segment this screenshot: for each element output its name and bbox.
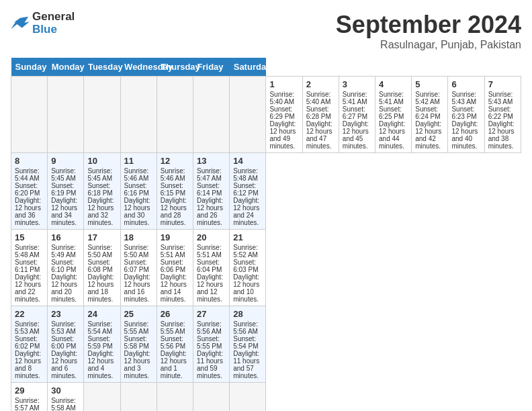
daylight-text: Daylight: 12 hours and 38 minutes. — [488, 120, 515, 150]
calendar-cell: 12Sunrise: 5:46 AMSunset: 6:15 PMDayligh… — [157, 153, 193, 230]
day-number: 21 — [233, 232, 262, 242]
day-number: 28 — [233, 309, 262, 319]
sunset-text: Sunset: 6:04 PM — [197, 259, 222, 273]
month-title: September 2024 — [336, 11, 521, 39]
calendar-cell: 7Sunrise: 5:43 AMSunset: 6:22 PMDaylight… — [484, 77, 521, 153]
svg-marker-0 — [11, 17, 30, 29]
header-cell-wednesday: Wednesday — [120, 58, 157, 77]
daylight-text: Daylight: 11 hours and 59 minutes. — [197, 350, 223, 379]
sunset-text: Sunset: 6:03 PM — [233, 259, 258, 273]
header-cell-sunday: Sunday — [11, 58, 48, 77]
daylight-text: Daylight: 12 hours and 20 minutes. — [51, 273, 77, 303]
day-number: 27 — [197, 309, 226, 319]
sunrise-text: Sunrise: 5:58 AM — [51, 397, 76, 411]
sunset-text: Sunset: 6:15 PM — [161, 182, 185, 197]
daylight-text: Daylight: 12 hours and 47 minutes. — [306, 120, 332, 150]
calendar-cell: 23Sunrise: 5:53 AMSunset: 6:00 PMDayligh… — [48, 306, 84, 383]
day-number: 2 — [306, 79, 335, 89]
calendar-cell: 29Sunrise: 5:57 AMSunset: 5:52 PMDayligh… — [11, 383, 48, 412]
calendar-cell: 15Sunrise: 5:48 AMSunset: 6:11 PMDayligh… — [11, 230, 48, 306]
calendar-cell: 24Sunrise: 5:54 AMSunset: 5:59 PMDayligh… — [84, 306, 120, 383]
day-number: 6 — [451, 79, 480, 89]
sunset-text: Sunset: 6:24 PM — [415, 105, 440, 120]
sunrise-text: Sunrise: 5:55 AM — [161, 320, 185, 335]
header-cell-friday: Friday — [193, 58, 230, 77]
sunset-text: Sunset: 6:27 PM — [343, 105, 367, 120]
sunrise-text: Sunrise: 5:51 AM — [161, 244, 185, 259]
header-cell-tuesday: Tuesday — [84, 58, 120, 77]
sunset-text: Sunset: 6:12 PM — [233, 182, 258, 197]
sunset-text: Sunset: 6:08 PM — [87, 259, 112, 273]
calendar-cell-empty — [230, 383, 266, 412]
sunrise-text: Sunrise: 5:54 AM — [87, 320, 112, 335]
day-number: 5 — [415, 79, 444, 89]
calendar-cell-empty — [120, 77, 157, 153]
calendar-cell: 18Sunrise: 5:50 AMSunset: 6:07 PMDayligh… — [120, 230, 157, 306]
sunset-text: Sunset: 6:23 PM — [451, 105, 476, 120]
sunrise-text: Sunrise: 5:50 AM — [124, 244, 149, 259]
sunrise-text: Sunrise: 5:53 AM — [15, 320, 40, 335]
sunset-text: Sunset: 5:54 PM — [233, 335, 258, 350]
daylight-text: Daylight: 12 hours and 4 minutes. — [87, 350, 114, 379]
calendar-cell-empty — [193, 383, 230, 412]
sunset-text: Sunset: 6:25 PM — [379, 105, 404, 120]
day-number: 23 — [51, 309, 80, 319]
daylight-text: Daylight: 12 hours and 28 minutes. — [161, 197, 187, 226]
sunrise-text: Sunrise: 5:44 AM — [15, 167, 40, 182]
calendar-cell-empty — [84, 383, 120, 412]
daylight-text: Daylight: 12 hours and 18 minutes. — [87, 273, 114, 303]
day-number: 9 — [51, 156, 80, 166]
day-number: 4 — [379, 79, 408, 89]
sunset-text: Sunset: 6:14 PM — [197, 182, 222, 197]
calendar-cell: 19Sunrise: 5:51 AMSunset: 6:06 PMDayligh… — [157, 230, 193, 306]
sunrise-text: Sunrise: 5:41 AM — [343, 91, 367, 105]
day-number: 29 — [15, 385, 44, 396]
day-number: 20 — [197, 232, 226, 242]
sunset-text: Sunset: 5:58 PM — [124, 335, 149, 350]
day-number: 10 — [87, 156, 116, 166]
header: General Blue September 2024 Rasulnagar, … — [11, 11, 521, 51]
sunrise-text: Sunrise: 5:50 AM — [87, 244, 112, 259]
day-number: 11 — [124, 156, 153, 166]
sunrise-text: Sunrise: 5:45 AM — [87, 167, 112, 182]
calendar-cell: 28Sunrise: 5:56 AMSunset: 5:54 PMDayligh… — [230, 306, 266, 383]
sunset-text: Sunset: 6:16 PM — [124, 182, 149, 197]
sunset-text: Sunset: 5:56 PM — [161, 335, 185, 350]
day-number: 8 — [15, 156, 44, 166]
calendar-cell-empty — [157, 383, 193, 412]
daylight-text: Daylight: 12 hours and 44 minutes. — [379, 120, 405, 150]
day-number: 7 — [488, 79, 517, 89]
day-number: 19 — [161, 232, 189, 242]
daylight-text: Daylight: 12 hours and 34 minutes. — [51, 197, 77, 226]
location-title: Rasulnagar, Punjab, Pakistan — [336, 39, 521, 51]
daylight-text: Daylight: 12 hours and 6 minutes. — [51, 350, 77, 379]
calendar-cell-empty — [11, 77, 48, 153]
sunset-text: Sunset: 6:28 PM — [306, 105, 331, 120]
calendar-cell: 16Sunrise: 5:49 AMSunset: 6:10 PMDayligh… — [48, 230, 84, 306]
daylight-text: Daylight: 12 hours and 40 minutes. — [451, 120, 478, 150]
calendar-cell: 5Sunrise: 5:42 AMSunset: 6:24 PMDaylight… — [412, 77, 448, 153]
sunset-text: Sunset: 6:00 PM — [51, 335, 76, 350]
calendar-week-row: 15Sunrise: 5:48 AMSunset: 6:11 PMDayligh… — [11, 230, 521, 306]
calendar-cell: 6Sunrise: 5:43 AMSunset: 6:23 PMDaylight… — [448, 77, 484, 153]
sunrise-text: Sunrise: 5:56 AM — [197, 320, 222, 335]
logo: General Blue — [11, 11, 75, 36]
calendar-cell: 4Sunrise: 5:41 AMSunset: 6:25 PMDaylight… — [375, 77, 412, 153]
sunrise-text: Sunrise: 5:43 AM — [488, 91, 513, 105]
calendar-cell: 10Sunrise: 5:45 AMSunset: 6:18 PMDayligh… — [84, 153, 120, 230]
calendar-cell-empty — [84, 77, 120, 153]
day-number: 30 — [51, 385, 80, 396]
daylight-text: Daylight: 12 hours and 26 minutes. — [197, 197, 223, 226]
sunrise-text: Sunrise: 5:46 AM — [124, 167, 149, 182]
sunrise-text: Sunrise: 5:52 AM — [233, 244, 258, 259]
calendar-cell: 8Sunrise: 5:44 AMSunset: 6:20 PMDaylight… — [11, 153, 48, 230]
header-cell-saturday: Saturday — [230, 58, 266, 77]
calendar-cell: 20Sunrise: 5:51 AMSunset: 6:04 PMDayligh… — [193, 230, 230, 306]
sunset-text: Sunset: 6:02 PM — [15, 335, 40, 350]
daylight-text: Daylight: 12 hours and 12 minutes. — [197, 273, 223, 303]
sunrise-text: Sunrise: 5:51 AM — [197, 244, 222, 259]
header-cell-monday: Monday — [48, 58, 84, 77]
day-number: 16 — [51, 232, 80, 242]
daylight-text: Daylight: 12 hours and 30 minutes. — [124, 197, 150, 226]
daylight-text: Daylight: 12 hours and 16 minutes. — [124, 273, 150, 303]
